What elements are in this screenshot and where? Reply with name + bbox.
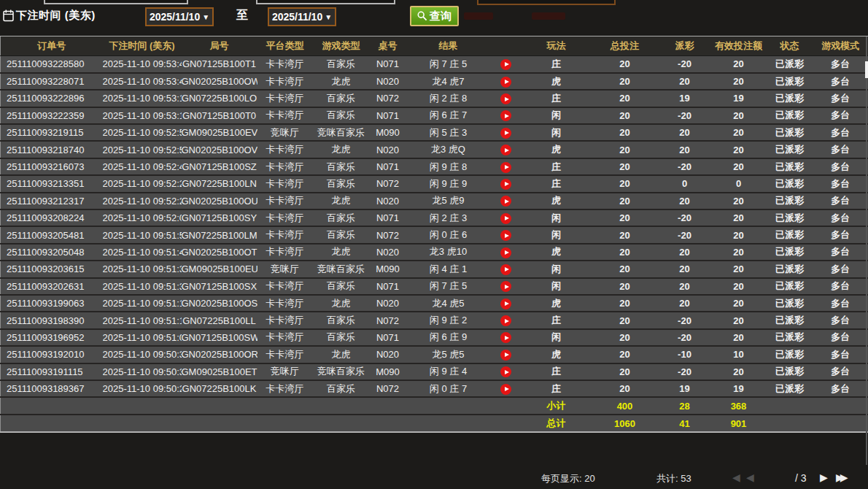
payout-cell: 19: [659, 90, 711, 107]
total-valid: 901: [711, 415, 767, 432]
valid-bet-cell: 19: [711, 90, 767, 107]
platform-cell: 卡卡湾厅: [257, 380, 313, 397]
video-cell: [491, 278, 522, 295]
bet-time-cell: 2025-11-10 09:52:25: [103, 193, 182, 209]
next-page-button[interactable]: ▶: [820, 471, 828, 484]
play-video-icon[interactable]: [500, 213, 511, 224]
date-from-select[interactable]: 2025/11/10 ▼: [145, 7, 214, 26]
result-cell: 龙5 虎9: [406, 193, 491, 209]
result-cell: 龙4 虎7: [406, 73, 491, 90]
bet-time-cell: 2025-11-10 09:53:40: [103, 73, 182, 90]
video-cell: [491, 73, 522, 90]
game-type-cell: 龙虎: [313, 141, 370, 158]
play-video-icon[interactable]: [500, 281, 511, 292]
play-type-cell: 虎: [522, 141, 592, 158]
game-type-cell: 百家乐: [313, 312, 370, 328]
table-row: 251110093205481 2025-11-10 09:51:50 GN07…: [1, 226, 868, 243]
col-header-mode: 游戏模式: [813, 36, 868, 56]
play-video-icon[interactable]: [500, 350, 511, 361]
status-badge: 已派彩: [767, 329, 813, 346]
game-type-cell: 竞咪百家乐: [313, 363, 370, 380]
video-cell: [491, 90, 522, 107]
table-row: 251110093222896 2025-11-10 09:53:15 GN07…: [1, 90, 868, 107]
result-cell: 闲 0 庄 7: [406, 380, 491, 397]
play-video-icon[interactable]: [500, 315, 511, 326]
search-button[interactable]: 查询: [410, 6, 459, 26]
col-header-status: 状态: [767, 36, 813, 56]
play-video-icon[interactable]: [500, 332, 511, 343]
scrollbar-thumb[interactable]: [865, 61, 868, 78]
game-mode-cell: 多台: [813, 226, 868, 243]
play-type-cell: 庄: [522, 363, 592, 380]
platform-cell: 卡卡湾厅: [257, 244, 313, 261]
game-mode-cell: 多台: [813, 124, 868, 141]
prev-page-button[interactable]: ◀: [746, 471, 754, 484]
order-id-cell: 251110093213351: [1, 175, 103, 192]
play-video-icon[interactable]: [500, 196, 511, 207]
platform-cell: 竞咪厅: [257, 124, 313, 141]
status-badge: 已派彩: [767, 193, 813, 209]
play-video-icon[interactable]: [500, 299, 511, 309]
platform-cell: 竞咪厅: [257, 261, 313, 277]
play-video-icon[interactable]: [500, 128, 511, 139]
table-no-cell: N020: [370, 193, 406, 209]
play-video-icon[interactable]: [500, 59, 511, 70]
payout-cell: -20: [659, 363, 711, 380]
total-bet-cell: 20: [592, 261, 659, 277]
play-video-icon[interactable]: [500, 247, 511, 258]
play-video-icon[interactable]: [500, 145, 511, 155]
round-id-cell: GN07125B100SZ: [182, 158, 257, 175]
subtotal-valid: 368: [711, 397, 767, 415]
order-id-cell: 251110093205481: [1, 226, 103, 243]
play-type-cell: 庄: [522, 158, 592, 175]
game-mode-cell: 多台: [813, 380, 868, 397]
play-video-icon[interactable]: [500, 110, 511, 121]
video-cell: [491, 193, 522, 209]
valid-bet-cell: 20: [711, 107, 767, 124]
status-badge: 已派彩: [767, 141, 813, 158]
table-no-cell: M090: [370, 363, 406, 380]
play-video-icon[interactable]: [500, 264, 511, 275]
subtotal-payout: 28: [659, 397, 711, 415]
first-page-button[interactable]: ◀: [732, 471, 740, 484]
play-video-icon[interactable]: [500, 384, 511, 395]
game-mode-cell: 多台: [813, 346, 868, 363]
table-no-cell: N072: [370, 226, 406, 243]
total-bet-cell: 20: [592, 209, 659, 226]
round-id-cell: GN02025B100OW: [182, 73, 257, 90]
play-type-cell: 闲: [522, 107, 592, 124]
game-type-cell: 百家乐: [313, 90, 370, 107]
result-cell: 闲 4 庄 1: [406, 261, 491, 277]
total-bet-cell: 20: [592, 312, 659, 328]
table-row: 251110093216073 2025-11-10 09:52:42 GN07…: [1, 158, 868, 175]
valid-bet-cell: 10: [711, 346, 767, 363]
status-badge: 已派彩: [767, 107, 813, 124]
play-video-icon[interactable]: [500, 162, 511, 173]
total-bet-cell: 20: [592, 329, 659, 346]
status-badge: 已派彩: [767, 56, 813, 73]
game-type-cell: 龙虎: [313, 244, 370, 261]
date-to-select[interactable]: 2025/11/10 ▼: [268, 7, 336, 26]
scrollbar-track[interactable]: [866, 36, 867, 465]
round-id-cell: GN02025B100OV: [182, 141, 257, 158]
platform-cell: 卡卡湾厅: [257, 346, 313, 363]
platform-cell: 卡卡湾厅: [257, 329, 313, 346]
bet-time-cell: 2025-11-10 09:52:29: [103, 175, 182, 192]
play-type-cell: 闲: [522, 209, 592, 226]
total-bet-cell: 20: [592, 363, 659, 380]
total-bet-cell: 20: [592, 244, 659, 261]
play-video-icon[interactable]: [500, 366, 511, 377]
play-video-icon[interactable]: [500, 93, 511, 104]
play-video-icon[interactable]: [500, 179, 511, 190]
play-video-icon[interactable]: [500, 77, 511, 88]
payout-cell: -20: [659, 226, 711, 243]
last-page-button[interactable]: ▶▶: [836, 471, 845, 484]
valid-bet-cell: 20: [711, 73, 767, 90]
valid-bet-cell: 0: [711, 175, 767, 192]
round-id-cell: GN07125B100T0: [182, 107, 257, 124]
col-header-valid: 有效投注额: [711, 36, 767, 56]
order-id-cell: 251110093216073: [1, 158, 103, 175]
faint-disabled-element: [464, 12, 493, 20]
play-video-icon[interactable]: [500, 230, 511, 241]
result-cell: 闲 9 庄 2: [406, 312, 491, 328]
